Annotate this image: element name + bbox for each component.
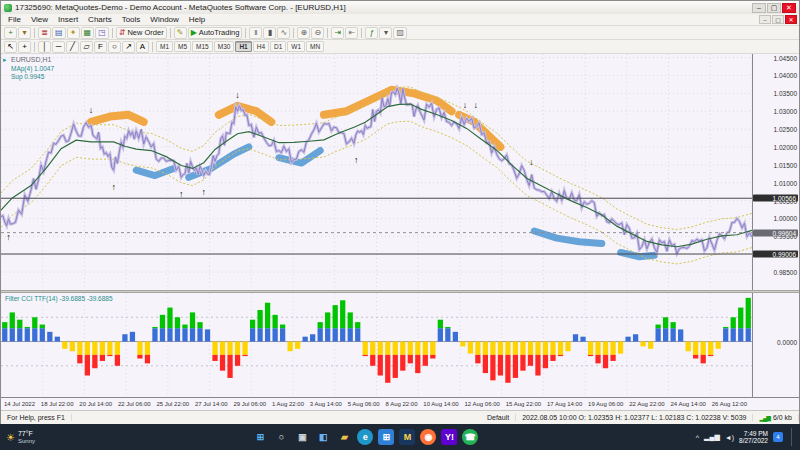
toolbar-button-autotrading[interactable]: ▶AutoTrading xyxy=(188,27,243,39)
toolbar-button-fibonacci[interactable]: F xyxy=(94,41,107,53)
toolbar-button-auto-scroll[interactable]: ⇥ xyxy=(331,27,344,39)
toolbar-button-cursor[interactable]: ↖ xyxy=(4,41,17,53)
toolbar-button-vertical-line[interactable]: │ xyxy=(38,41,51,53)
toolbar-separator xyxy=(293,28,294,38)
menu-item-charts[interactable]: Charts xyxy=(83,15,117,24)
toolbar-button-trendline[interactable]: ╱ xyxy=(66,41,79,53)
toolbar-button-candles-chart[interactable]: ▮ xyxy=(263,27,276,39)
notification-center-icon[interactable]: 4 xyxy=(773,432,783,442)
toolbar-button-metaeditor[interactable]: ✎ xyxy=(174,27,187,39)
toolbar-button-data-window[interactable]: ▤ xyxy=(52,27,66,39)
buy-signal-arrow: ↑ xyxy=(354,156,359,165)
timeframe-button-m30[interactable]: M30 xyxy=(214,41,235,52)
close-button[interactable]: ✕ xyxy=(782,3,796,13)
toolbar-button-navigator[interactable]: ✦ xyxy=(67,27,80,39)
price-axis-label: 0.98500 xyxy=(774,269,798,276)
show-desktop-button[interactable] xyxy=(791,428,794,446)
toolbar-button-indicators[interactable]: ƒ xyxy=(365,27,378,39)
indicators-icon: ƒ xyxy=(370,29,374,37)
edge-browser[interactable]: e xyxy=(357,429,373,445)
new-order-label: New Order xyxy=(127,28,163,37)
toolbar-button-crosshair[interactable]: + xyxy=(18,41,31,53)
menu-item-view[interactable]: View xyxy=(26,15,53,24)
toolbar-button-terminal[interactable]: ▦ xyxy=(81,27,95,39)
timeframe-button-d1[interactable]: D1 xyxy=(270,41,286,52)
timeframe-button-h4[interactable]: H4 xyxy=(253,41,269,52)
taskbar: ☀ 77°F Sunny ⊞○▣◧▰e⊞M◉Y!☎ ^▂▄▆◄) 7:49 PM… xyxy=(0,424,800,450)
toolbar-button-strategy-tester[interactable]: ◳ xyxy=(95,27,109,39)
time-axis-label: 18 Jul 22:00 xyxy=(41,401,74,407)
toolbar-button-line-chart[interactable]: ∿ xyxy=(277,27,290,39)
timeframe-button-h1[interactable]: H1 xyxy=(235,41,251,52)
microsoft-store[interactable]: ⊞ xyxy=(378,429,394,445)
whatsapp[interactable]: ☎ xyxy=(462,429,478,445)
one-click-trading-toggle[interactable]: ▸ xyxy=(3,56,7,64)
start-button[interactable]: ⊞ xyxy=(252,429,268,445)
window-title: 17325690: MetaQuotes-Demo - Demo Account… xyxy=(15,3,346,12)
firefox-browser[interactable]: ◉ xyxy=(420,429,436,445)
toolbar-button-periods[interactable]: ▾ xyxy=(379,27,392,39)
timeframe-button-m1[interactable]: M1 xyxy=(156,41,173,52)
fibonacci-icon: F xyxy=(98,43,103,51)
cci-indicator-panel[interactable]: Filter CCI TTF(14) -39.6885 -39.6885 xyxy=(1,293,752,397)
taskbar-clock[interactable]: 7:49 PM 8/27/2022 xyxy=(739,430,768,445)
price-tag: 0.99604 xyxy=(753,229,798,236)
toolbar-button-channel[interactable]: ▱ xyxy=(80,41,93,53)
toolbar-button-templates[interactable]: ▨ xyxy=(393,27,407,39)
clock-time: 7:49 PM xyxy=(744,430,768,437)
maximize-button[interactable]: ▢ xyxy=(767,3,781,13)
arrows-tool-icon: ↗ xyxy=(125,43,132,51)
network-icon[interactable]: ▂▄▆ xyxy=(704,433,720,441)
toolbar-button-profiles[interactable]: ▾ xyxy=(18,27,31,39)
weather-widget[interactable]: ☀ 77°F Sunny xyxy=(6,430,35,444)
sell-signal-arrow: ↓ xyxy=(473,101,478,110)
navigator-icon: ✦ xyxy=(70,29,77,37)
time-axis-label: 20 Jul 14:00 xyxy=(79,401,112,407)
toolbar-button-horizontal-line[interactable]: ─ xyxy=(52,41,65,53)
menu-item-help[interactable]: Help xyxy=(184,15,210,24)
price-axis[interactable]: 1.045001.040001.035001.030001.025001.020… xyxy=(752,54,799,290)
new-chart-icon: + xyxy=(8,29,13,37)
metaeditor-icon: ✎ xyxy=(177,29,184,37)
widgets-button[interactable]: ◧ xyxy=(315,429,331,445)
price-axis-label: 1.04500 xyxy=(774,54,798,61)
toolbar-button-zoom-in[interactable]: ⊕ xyxy=(297,27,310,39)
toolbar-button-chart-shift[interactable]: ⇤ xyxy=(345,27,358,39)
status-bar: For Help, press F1 Default 2022.08.05 10… xyxy=(1,410,799,424)
timeframe-button-m15[interactable]: M15 xyxy=(192,41,213,52)
hidden-icons-chevron[interactable]: ^ xyxy=(696,434,699,441)
volume-icon[interactable]: ◄) xyxy=(725,434,734,441)
child-restore-button[interactable]: ▢ xyxy=(772,15,784,24)
child-minimize-button[interactable]: – xyxy=(759,15,771,24)
task-view-button[interactable]: ▣ xyxy=(294,429,310,445)
timeframe-button-w1[interactable]: W1 xyxy=(287,41,305,52)
toolbar-button-market-watch[interactable]: ≣ xyxy=(38,27,51,39)
time-axis-label: 12 Aug 06:00 xyxy=(465,401,500,407)
yahoo-app[interactable]: Y! xyxy=(441,429,457,445)
menu-item-file[interactable]: File xyxy=(3,15,26,24)
templates-icon: ▨ xyxy=(396,29,404,37)
toolbar-button-new-chart[interactable]: + xyxy=(4,27,17,39)
child-close-button[interactable]: ✕ xyxy=(785,15,797,24)
menu-item-insert[interactable]: Insert xyxy=(53,15,83,24)
time-axis[interactable]: 14 Jul 202218 Jul 22:0020 Jul 14:0022 Ju… xyxy=(1,397,799,410)
title-bar: 17325690: MetaQuotes-Demo - Demo Account… xyxy=(1,1,799,14)
toolbar-button-text-tool[interactable]: A xyxy=(136,41,149,53)
price-tag: 0.99006 xyxy=(753,251,798,258)
metatrader-app[interactable]: M xyxy=(399,429,415,445)
main-chart[interactable]: ▸ EURUSD,H1 MAp(4) 1.0047 Sup 0.9945 ↓↓↓… xyxy=(1,54,752,290)
toolbar-button-zoom-out[interactable]: ⊖ xyxy=(311,27,324,39)
toolbar-button-arrows-tool[interactable]: ↗ xyxy=(122,41,135,53)
crosshair-icon: + xyxy=(22,43,27,51)
timeframe-button-m5[interactable]: M5 xyxy=(174,41,191,52)
menu-item-window[interactable]: Window xyxy=(145,15,183,24)
search-button[interactable]: ○ xyxy=(273,429,289,445)
toolbar-button-new-order[interactable]: ⇵New Order xyxy=(116,27,167,39)
toolbar-button-bars-chart[interactable]: ‖ xyxy=(249,27,262,39)
timeframe-button-mn[interactable]: MN xyxy=(306,41,324,52)
file-explorer[interactable]: ▰ xyxy=(336,429,352,445)
toolbar-separator xyxy=(152,42,153,52)
menu-item-tools[interactable]: Tools xyxy=(117,15,146,24)
toolbar-button-shapes[interactable]: ○ xyxy=(108,41,121,53)
minimize-button[interactable]: – xyxy=(752,3,766,13)
